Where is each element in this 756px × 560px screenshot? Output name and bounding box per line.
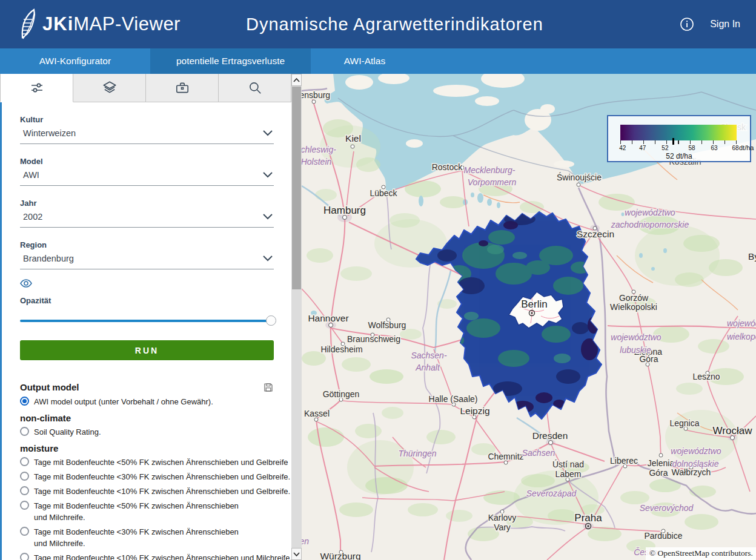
field-kultur: Kultur Winterweizen — [20, 115, 274, 144]
field-jahr: Jahr 2002 — [20, 199, 274, 228]
tab-layers[interactable] — [73, 74, 146, 102]
city-label: Braunschweig — [347, 333, 400, 344]
svg-text:Chemnitz: Chemnitz — [488, 452, 523, 461]
info-icon[interactable] — [680, 17, 694, 31]
svg-text:Sachsen: Sachsen — [522, 448, 555, 458]
run-button[interactable]: RUN — [20, 340, 274, 360]
chevron-down-icon — [263, 172, 273, 178]
svg-text:Gorzów: Gorzów — [619, 293, 649, 303]
slider-handle[interactable] — [266, 315, 276, 326]
svg-text:Leszno: Leszno — [692, 372, 720, 381]
radio-moisture-6[interactable]: Tage mit Bodenfeuchte <10% FK zwischen Ä… — [20, 552, 274, 560]
svg-text:Jelenia: Jelenia — [648, 458, 675, 468]
scroll-up-button[interactable] — [291, 74, 302, 86]
radio-button[interactable] — [20, 553, 29, 560]
chevron-down-icon — [263, 214, 273, 220]
svg-text:Mecklenburg-: Mecklenburg- — [464, 165, 516, 175]
legend-current-value: 52 dt/ha — [608, 152, 750, 160]
svg-text:Wolfsburg: Wolfsburg — [368, 320, 406, 330]
svg-text:Braunschweig: Braunschweig — [347, 334, 400, 344]
main-nav: AWI-Konfigurator potentielle Ertragsverl… — [0, 48, 756, 74]
save-icon[interactable] — [263, 382, 274, 393]
opacity-label: Opazität — [20, 296, 274, 305]
feather-icon — [16, 8, 41, 40]
svg-text:Liberec: Liberec — [610, 456, 638, 466]
field-label: Region — [20, 240, 274, 249]
svg-text:Karlovy: Karlovy — [488, 513, 517, 522]
svg-text:Schleswig-: Schleswig- — [302, 145, 336, 154]
layer-visibility-toggle[interactable] — [20, 279, 274, 290]
moisture-heading: moisture — [20, 443, 274, 453]
tab-potentielle-ertragsverluste[interactable]: potentielle Ertragsverluste — [150, 48, 311, 74]
field-label: Kultur — [20, 115, 274, 124]
svg-text:Severozápad: Severozápad — [526, 489, 577, 498]
svg-text:województwo: województwo — [671, 446, 721, 456]
tab-awi-konfigurator[interactable]: AWI-Konfigurator — [0, 48, 150, 74]
svg-text:Göttingen: Göttingen — [323, 389, 360, 399]
eye-icon — [20, 279, 32, 288]
tab-toolbox[interactable] — [146, 74, 219, 102]
city-label: Leszno — [692, 371, 720, 381]
jahr-select[interactable]: 2002 — [20, 208, 274, 228]
radio-moisture-4[interactable]: Tage mit Bodenfeuchte <50% FK zwischen Ä… — [20, 500, 274, 523]
svg-text:Halle (Saale): Halle (Saale) — [429, 394, 478, 404]
radio-button[interactable] — [20, 486, 29, 495]
svg-text:Lübeck: Lübeck — [370, 188, 397, 198]
svg-text:Thüringen: Thüringen — [398, 449, 436, 458]
chevron-up-icon — [293, 78, 300, 82]
region-select[interactable]: Brandenburg — [20, 249, 274, 269]
jki-map-viewer-window: JKi MAP-Viewer Dynamische Agrarwetterind… — [0, 0, 756, 560]
svg-text:województwo: województwo — [611, 332, 661, 342]
radio-button[interactable] — [20, 457, 29, 466]
sign-in-button[interactable]: Sign In — [710, 19, 740, 30]
legend-unit: dt/ha — [739, 144, 754, 151]
tab-filters[interactable] — [0, 74, 73, 102]
svg-text:Pardubice: Pardubice — [644, 531, 682, 541]
radio-button[interactable] — [20, 527, 29, 536]
svg-text:Wałbrzych: Wałbrzych — [672, 467, 711, 477]
radio-moisture-3[interactable]: Tage mit Bodenfeuchte <10% FK zwischen Ä… — [20, 486, 274, 497]
sliders-icon — [30, 81, 44, 95]
map-legend: 42 47 52 58 63 68 dt/ha 52 dt/ha — [607, 115, 751, 162]
tab-search[interactable] — [219, 74, 291, 102]
chevron-down-icon — [263, 255, 273, 262]
tab-awi-atlas[interactable]: AWI-Atlas — [311, 48, 419, 74]
nonclimate-heading: non-climate — [20, 413, 274, 423]
city-label: Bydgoszcz — [748, 251, 756, 262]
svg-text:Labem: Labem — [555, 469, 582, 479]
svg-text:wielkopolskie: wielkopolskie — [727, 332, 756, 341]
radio-button[interactable] — [20, 472, 29, 481]
radio-soil-quality[interactable]: Soil Quality Rating. — [20, 426, 274, 438]
map-canvas[interactable]: Flensburg Kiel Lübeck Hamburg Rostock Św… — [302, 74, 756, 560]
osm-attribution[interactable]: © OpenStreetMap contributors. — [646, 547, 756, 560]
scroll-down-button[interactable] — [291, 548, 302, 560]
page-title: Dynamische Agrarwetterindikatoren — [246, 15, 543, 35]
svg-text:województwo: województwo — [625, 208, 675, 217]
sidebar-scrollbar[interactable] — [291, 74, 302, 560]
svg-text:Leipzig: Leipzig — [460, 406, 489, 416]
radio-moisture-5[interactable]: Tage mit Bodenfeuchte <30% FK zwischen Ä… — [20, 526, 274, 549]
field-label: Model — [20, 157, 274, 166]
svg-text:Kassel: Kassel — [304, 409, 330, 418]
radio-awi-model-output[interactable]: AWI model output (unter Vorbehalt / ohne… — [20, 396, 274, 407]
chevron-down-icon — [293, 552, 300, 556]
city-label: Rostock — [432, 162, 464, 172]
kultur-select[interactable]: Winterweizen — [20, 124, 274, 144]
radio-button[interactable] — [20, 427, 29, 436]
jki-logo[interactable]: JKi MAP-Viewer — [16, 8, 181, 40]
svg-text:Legnica: Legnica — [669, 418, 699, 428]
radio-moisture-1[interactable]: Tage mit Bodenfeuchte <50% FK zwischen Ä… — [20, 456, 274, 468]
model-select[interactable]: AWI — [20, 166, 274, 186]
legend-current-marker — [672, 138, 674, 145]
svg-text:Hannover: Hannover — [308, 313, 348, 323]
opacity-slider[interactable] — [20, 316, 274, 326]
city-label: Szczecin — [577, 226, 614, 239]
toolbox-icon — [174, 80, 190, 96]
svg-text:Wrocław: Wrocław — [713, 425, 753, 436]
radio-button[interactable] — [20, 397, 29, 406]
radio-moisture-2[interactable]: Tage mit Bodenfeuchte <30% FK zwischen Ä… — [20, 471, 274, 483]
svg-text:Würzburg: Würzburg — [320, 551, 360, 560]
radio-button[interactable] — [20, 501, 29, 510]
scrollbar-thumb[interactable] — [292, 87, 301, 289]
svg-text:Świnoujście: Świnoujście — [557, 172, 602, 182]
